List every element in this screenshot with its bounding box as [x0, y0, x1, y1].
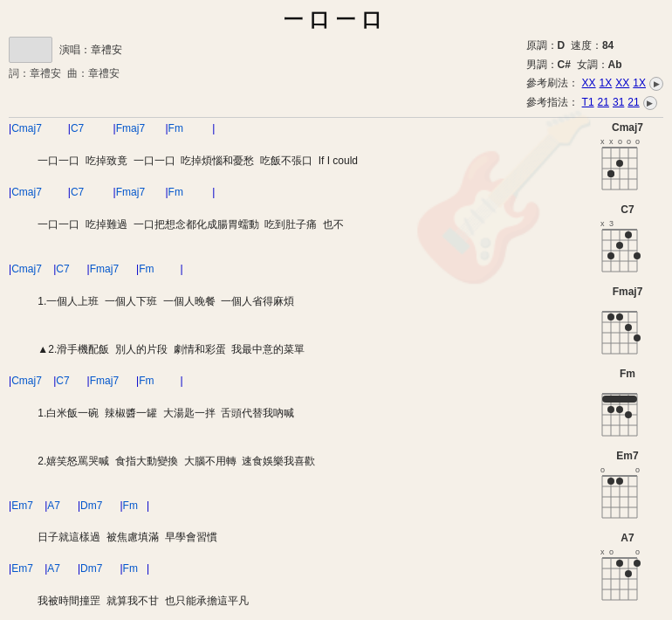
singer-block: 演唱：章禮安 [9, 37, 122, 63]
svg-point-30 [607, 252, 614, 259]
strum-play-btn[interactable]: ▶ [649, 77, 663, 91]
svg-text:o: o [600, 465, 605, 474]
svg-text:3: 3 [609, 219, 614, 228]
lyric-row-5: 1.白米飯一碗 辣椒醬一罐 大湯匙一拌 舌頭代替我吶喊 [9, 389, 585, 437]
chord-span: |Cmaj7 |C7 |Fmaj7 |Fm | [9, 121, 215, 136]
lyric-row-3: 1.一個人上班 一個人下班 一個人晚餐 一個人省得麻煩 [9, 278, 585, 325]
svg-text:x: x [600, 548, 605, 556]
chord-fmaj7: Fmaj7 [592, 286, 663, 362]
finger-row: 參考指法： T1 21 31 21 ▶ [526, 93, 663, 113]
chord-fm-diagram [592, 382, 655, 444]
section-1: |Cmaj7 |C7 |Fmaj7 |Fm | 一口一口 吃掉致竟 一口一口 吃… [9, 121, 585, 248]
original-key-label: 原調：D 速度：84 [526, 37, 614, 56]
strum-1x[interactable]: 1X [600, 74, 613, 93]
svg-text:x: x [609, 137, 614, 146]
svg-point-31 [616, 242, 623, 249]
svg-point-89 [616, 560, 623, 567]
section-3: |Em7 |A7 |Dm7 |Fm | 日子就這樣過 被焦慮填滿 早學會習慣 |… [9, 499, 585, 620]
svg-text:x: x [600, 219, 605, 228]
original-key-row: 原調：D 速度：84 [526, 37, 663, 56]
right-info: 原調：D 速度：84 男調：C# 女調：Ab 參考刷法： XX 1X XX 1X… [526, 37, 663, 112]
divider [9, 117, 663, 118]
chord-span-2: |Cmaj7 |C7 |Fmaj7 |Fm | [9, 185, 215, 200]
svg-text:o: o [635, 548, 640, 556]
strum-xx[interactable]: XX [582, 74, 596, 93]
finger-21[interactable]: 21 [598, 93, 609, 113]
chord-fmaj7-diagram [592, 300, 655, 362]
svg-point-45 [625, 324, 632, 331]
chord-cmaj7-diagram: x x o o o [592, 135, 655, 198]
chord-fmaj7-label: Fmaj7 [592, 286, 663, 298]
svg-text:o: o [609, 548, 614, 556]
chord-row-1: |Cmaj7 |C7 |Fmaj7 |Fm | [9, 121, 585, 136]
key-info: 男調：C# 女調：Ab [526, 56, 622, 75]
lyric-row-4: ▲2.滑手機配飯 別人的片段 劇情和彩蛋 我最中意的菜單 [9, 326, 585, 373]
chord-fm-label: Fm [592, 368, 663, 380]
chord-cmaj7-label: Cmaj7 [592, 121, 663, 134]
svg-point-47 [607, 313, 614, 320]
svg-text:o: o [627, 137, 631, 146]
svg-point-32 [625, 231, 632, 238]
top-section: 演唱：章禮安 詞：章禮安 曲：章禮安 原調：D 速度：84 男調：C# 女調：A… [9, 37, 663, 112]
lyric-row-6: 2.嬉笑怒罵哭喊 食指大動變換 大腦不用轉 速食娛樂我喜歡 [9, 437, 585, 485]
svg-point-59 [607, 406, 614, 413]
svg-point-17 [616, 160, 623, 167]
chord-fm: Fm [592, 368, 663, 444]
page: 一口一口 演唱：章禮安 詞：章禮安 曲：章禮安 原調：D 速度：84 男調：C#… [0, 0, 672, 620]
lyricist: 詞：章禮安 曲：章禮安 [9, 65, 122, 82]
chord-row-4: |Cmaj7 |C7 |Fmaj7 |Fm | [9, 374, 585, 389]
chord-em7-diagram: o o [592, 464, 655, 527]
svg-text:o: o [635, 137, 640, 146]
chord-row-6: |Em7 |A7 |Dm7 |Fm | [9, 561, 585, 576]
spacer-1 [9, 255, 585, 262]
chord-c7-diagram: x 3 [592, 217, 655, 280]
strum-row: 參考刷法： XX 1X XX 1X ▶ [526, 74, 663, 93]
finger-21b[interactable]: 21 [627, 93, 639, 113]
chord-diagrams: Cmaj7 x x o o o [592, 121, 663, 620]
svg-point-16 [607, 170, 614, 177]
chord-a7-label: A7 [592, 532, 663, 544]
svg-point-44 [616, 313, 623, 320]
svg-text:x: x [600, 137, 605, 146]
svg-point-33 [634, 252, 641, 259]
lyric-row-8: 我被時間撞罡 就算我不甘 也只能承擔這平凡 [9, 577, 585, 620]
svg-point-46 [634, 334, 641, 341]
strum-xx2[interactable]: XX [615, 74, 629, 93]
chord-row-3: |Cmaj7 |C7 |Fmaj7 |Fm | [9, 262, 585, 277]
chord-em7: Em7 o o [592, 450, 663, 527]
strum-label: 參考刷法： [526, 74, 579, 93]
lyric-row-7: 日子就這樣過 被焦慮填滿 早學會習慣 [9, 513, 585, 561]
main-content: |Cmaj7 |C7 |Fmaj7 |Fm | 一口一口 吃掉致竟 一口一口 吃… [9, 121, 663, 620]
key-row: 男調：C# 女調：Ab [526, 56, 663, 75]
lyrics-section: |Cmaj7 |C7 |Fmaj7 |Fm | 一口一口 吃掉致竟 一口一口 吃… [9, 121, 585, 620]
finger-play-btn[interactable]: ▶ [643, 96, 657, 110]
chord-a7-diagram: x o o [592, 546, 655, 609]
singer-name: 演唱：章禮安 [59, 41, 122, 59]
svg-point-90 [625, 570, 632, 577]
finger-label: 參考指法： [526, 93, 579, 113]
chord-a7: A7 x o o [592, 532, 663, 609]
chord-row-5: |Em7 |A7 |Dm7 |Fm | [9, 499, 585, 513]
lyric-row-2: 一口一口 吃掉難過 一口把想念都化成腸胃蠕動 吃到肚子痛 也不 [9, 201, 585, 248]
section-2: |Cmaj7 |C7 |Fmaj7 |Fm | 1.一個人上班 一個人下班 一個… [9, 262, 585, 485]
svg-text:o: o [635, 465, 640, 474]
song-title: 一口一口 [9, 7, 663, 33]
chord-c7-label: C7 [592, 203, 663, 216]
chord-cmaj7: Cmaj7 x x o o o [592, 121, 663, 198]
svg-rect-58 [602, 396, 637, 403]
strum-1x2[interactable]: 1X [633, 74, 646, 93]
singer-avatar [9, 37, 52, 63]
spacer-2 [9, 492, 585, 499]
finger-31[interactable]: 31 [613, 93, 624, 113]
song-info: 演唱：章禮安 詞：章禮安 曲：章禮安 [9, 37, 122, 112]
chord-c7: C7 x 3 [592, 203, 663, 280]
svg-point-74 [607, 478, 614, 485]
svg-point-60 [616, 406, 623, 413]
svg-text:o: o [618, 137, 622, 146]
chord-row-2: |Cmaj7 |C7 |Fmaj7 |Fm | [9, 185, 585, 200]
svg-point-91 [634, 560, 641, 567]
svg-point-75 [616, 478, 623, 485]
svg-point-61 [625, 411, 632, 418]
finger-t1[interactable]: T1 [582, 93, 594, 113]
chord-em7-label: Em7 [592, 450, 663, 462]
